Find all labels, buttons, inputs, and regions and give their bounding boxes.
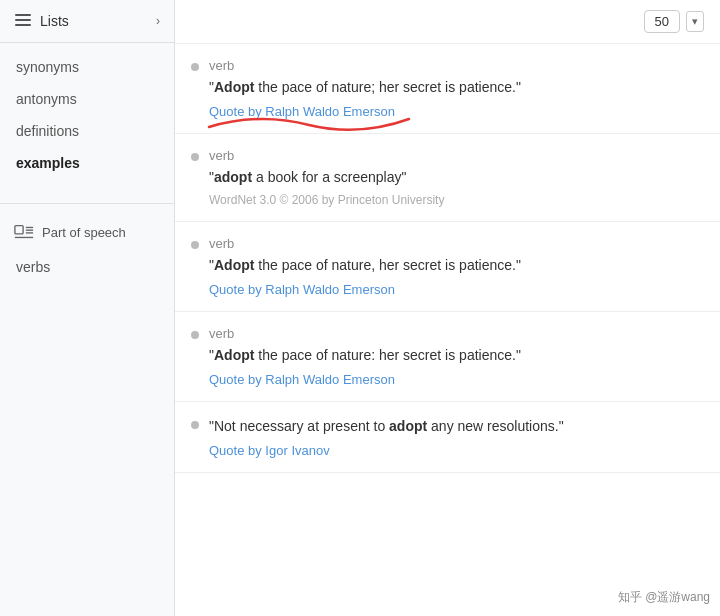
entry-source-link[interactable]: Quote by Ralph Waldo Emerson [209,372,395,387]
part-of-speech-icon [14,222,34,242]
bullet [191,241,199,249]
entry-text: "Adopt the pace of nature, her secret is… [209,255,700,276]
table-row: verb "Adopt the pace of nature: her secr… [175,312,720,402]
sidebar-nav: synonyms antonyms definitions examples [0,43,174,187]
entry-list: verb "Adopt the pace of nature; her secr… [175,44,720,473]
entry-text: "adopt a book for a screenplay" [209,167,700,188]
part-of-speech-label: Part of speech [42,225,126,240]
table-row: verb "Adopt the pace of nature; her secr… [175,44,720,134]
svg-rect-3 [15,226,23,234]
part-of-speech-section: Part of speech verbs [0,203,174,282]
entry-attribution: WordNet 3.0 © 2006 by Princeton Universi… [209,193,700,207]
entry-content: verb "adopt a book for a screenplay" Wor… [209,148,700,207]
entry-bold-word: adopt [214,169,252,185]
entry-content: verb "Adopt the pace of nature, her secr… [209,236,700,297]
lists-icon [14,12,32,30]
sidebar: Lists › synonyms antonyms definitions ex… [0,0,175,616]
annotation-wrapper: Quote by Ralph Waldo Emerson [209,103,395,119]
entry-text: "Adopt the pace of nature: her secret is… [209,345,700,366]
table-row: verb "Adopt the pace of nature, her secr… [175,222,720,312]
entry-text: "Adopt the pace of nature; her secret is… [209,77,700,98]
part-of-speech-header: Part of speech [0,216,174,252]
lists-label: Lists [40,13,69,29]
entry-bold-word: Adopt [214,347,254,363]
entry-source-link[interactable]: Quote by Ralph Waldo Emerson [209,282,395,297]
count-badge: 50 [644,10,680,33]
entry-bold-word: adopt [389,418,427,434]
entry-content: "Not necessary at present to adopt any n… [209,416,700,458]
sidebar-item-examples[interactable]: examples [0,147,174,179]
sidebar-item-synonyms[interactable]: synonyms [0,51,174,83]
bullet [191,421,199,429]
svg-rect-0 [15,14,31,16]
lists-header[interactable]: Lists › [0,0,174,43]
lists-header-left: Lists [14,12,69,30]
sidebar-item-verbs[interactable]: verbs [0,252,174,282]
chevron-icon: › [156,14,160,28]
bullet [191,63,199,71]
entry-content: verb "Adopt the pace of nature; her secr… [209,58,700,119]
table-row: verb "adopt a book for a screenplay" Wor… [175,134,720,222]
entry-text: "Not necessary at present to adopt any n… [209,416,700,437]
svg-rect-2 [15,24,31,26]
bullet [191,153,199,161]
entry-source-link[interactable]: Quote by Igor Ivanov [209,443,330,458]
watermark: 知乎 @遥游wang [618,589,710,606]
entry-pos: verb [209,326,700,341]
sidebar-item-definitions[interactable]: definitions [0,115,174,147]
entry-source-link[interactable]: Quote by Ralph Waldo Emerson [209,104,395,119]
entry-bold-word: Adopt [214,79,254,95]
entry-pos: verb [209,58,700,73]
entry-bold-word: Adopt [214,257,254,273]
entry-content: verb "Adopt the pace of nature: her secr… [209,326,700,387]
bullet [191,331,199,339]
svg-rect-1 [15,19,31,21]
entry-pos: verb [209,236,700,251]
table-row: "Not necessary at present to adopt any n… [175,402,720,473]
dropdown-arrow[interactable]: ▾ [686,11,704,32]
sidebar-item-antonyms[interactable]: antonyms [0,83,174,115]
entry-pos: verb [209,148,700,163]
main-content: 50 ▾ verb "Adopt the pace of nature; her… [175,0,720,616]
top-bar: 50 ▾ [175,0,720,44]
